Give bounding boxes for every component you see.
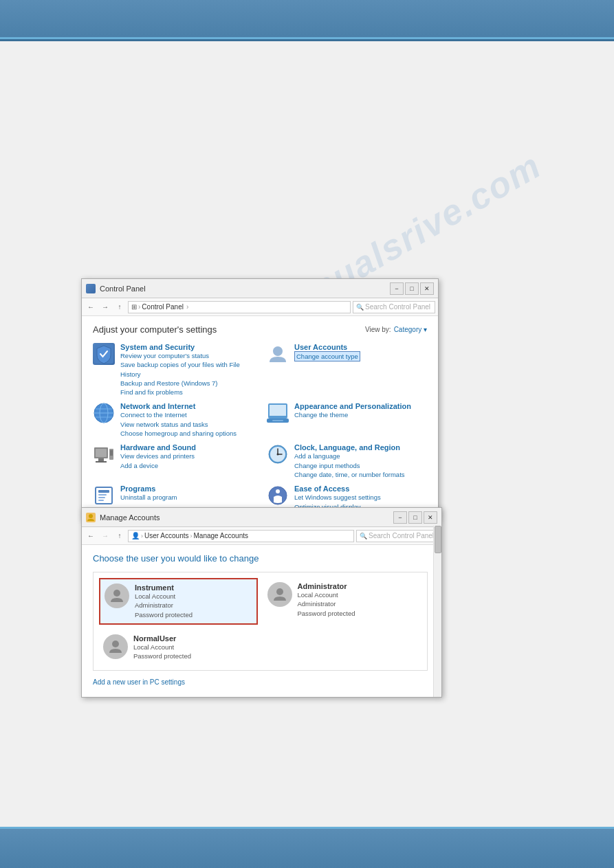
normaluser-info: NormalUser Local Account Password protec… bbox=[133, 634, 254, 661]
view-by-value[interactable]: Category ▾ bbox=[394, 326, 427, 333]
ma-scrollbar-track[interactable] bbox=[433, 526, 441, 697]
category-hardware[interactable]: Hardware and Sound View devices and prin… bbox=[93, 443, 253, 479]
ma-path-user[interactable]: User Accounts bbox=[144, 532, 188, 539]
administrator-detail1: Local Account bbox=[298, 590, 418, 599]
category-row-1: System and Security Review your computer… bbox=[93, 343, 427, 397]
cp-search-icon: 🔍 bbox=[356, 304, 364, 311]
ma-titlebar: Manage Accounts − □ ✕ bbox=[82, 508, 441, 527]
clock-link-3[interactable]: Change date, time, or number formats bbox=[294, 470, 427, 479]
network-link-1[interactable]: Connect to the Internet bbox=[120, 410, 253, 419]
ma-back-button[interactable]: ← bbox=[85, 530, 97, 542]
user-accounts-link-1[interactable]: Change account type bbox=[294, 351, 360, 361]
hardware-link-1[interactable]: View devices and printers bbox=[120, 452, 253, 460]
add-user-link[interactable]: Add a new user in PC settings bbox=[93, 678, 185, 686]
svg-rect-26 bbox=[98, 500, 104, 501]
ma-path-icon: 👤 bbox=[131, 532, 140, 539]
system-security-link-1[interactable]: Review your computer's status bbox=[120, 351, 253, 360]
ma-minimize-button[interactable]: − bbox=[393, 511, 407, 524]
cp-up-button[interactable]: ↑ bbox=[113, 301, 126, 313]
svg-point-21 bbox=[277, 454, 279, 456]
titlebar-left: Control Panel bbox=[86, 284, 146, 293]
system-security-link-4[interactable]: Find and fix problems bbox=[120, 388, 253, 397]
cp-minimize-button[interactable]: − bbox=[390, 282, 404, 295]
appearance-link-1[interactable]: Change the theme bbox=[294, 410, 427, 419]
cp-path-label[interactable]: Control Panel bbox=[142, 303, 184, 311]
view-by-control: View by: Category ▾ bbox=[365, 326, 427, 333]
administrator-detail3: Password protected bbox=[298, 609, 418, 618]
cp-back-button[interactable]: ← bbox=[85, 301, 97, 313]
instrument-detail2: Administrator bbox=[135, 601, 252, 610]
hardware-link-2[interactable]: Add a device bbox=[120, 461, 253, 470]
network-info: Network and Internet Connect to the Inte… bbox=[120, 402, 253, 438]
ma-address-field[interactable]: 👤 › User Accounts › Manage Accounts bbox=[128, 530, 354, 542]
ma-scrollbar-thumb[interactable] bbox=[435, 526, 441, 553]
clock-info: Clock, Language, and Region Add a langua… bbox=[294, 443, 427, 479]
system-security-info: System and Security Review your computer… bbox=[120, 343, 253, 397]
appearance-name[interactable]: Appearance and Personalization bbox=[294, 402, 427, 410]
cp-search-field[interactable]: 🔍 Search Control Panel bbox=[353, 301, 435, 313]
control-panel-titlebar: Control Panel − □ ✕ bbox=[82, 279, 438, 298]
clock-link-1[interactable]: Add a language bbox=[294, 452, 427, 460]
system-security-link-2[interactable]: Save backup copies of your files with Fi… bbox=[120, 360, 253, 379]
ma-path-manage[interactable]: Manage Accounts bbox=[193, 532, 248, 539]
hardware-name[interactable]: Hardware and Sound bbox=[120, 443, 253, 452]
clock-icon bbox=[267, 443, 289, 465]
network-link-3[interactable]: Choose homegroup and sharing options bbox=[120, 429, 253, 438]
account-normaluser[interactable]: NormalUser Local Account Password protec… bbox=[99, 630, 258, 665]
manage-accounts-window: Manage Accounts − □ ✕ ← → ↑ 👤 › User Acc… bbox=[81, 507, 442, 698]
svg-point-31 bbox=[276, 588, 283, 595]
ease-name[interactable]: Ease of Access bbox=[294, 485, 427, 493]
normaluser-avatar bbox=[103, 634, 128, 659]
svg-rect-24 bbox=[98, 494, 107, 496]
system-security-name[interactable]: System and Security bbox=[120, 343, 253, 351]
ma-search-field[interactable]: 🔍 Search Control Panel bbox=[356, 530, 439, 542]
cp-content: Adjust your computer's settings View by:… bbox=[82, 316, 438, 520]
administrator-name: Administrator bbox=[298, 582, 418, 590]
ma-up-button[interactable]: ↑ bbox=[113, 530, 126, 542]
svg-point-32 bbox=[112, 641, 119, 647]
instrument-detail3: Password protected bbox=[135, 610, 252, 619]
system-security-icon bbox=[93, 343, 115, 365]
programs-icon bbox=[93, 485, 115, 507]
appearance-icon bbox=[267, 402, 289, 424]
category-appearance[interactable]: Appearance and Personalization Change th… bbox=[267, 402, 427, 438]
cp-maximize-button[interactable]: □ bbox=[405, 282, 419, 295]
network-link-2[interactable]: View network status and tasks bbox=[120, 420, 253, 429]
category-grid: System and Security Review your computer… bbox=[93, 343, 427, 511]
cp-close-button[interactable]: ✕ bbox=[420, 282, 434, 295]
ma-forward-button[interactable]: → bbox=[99, 530, 111, 542]
ma-search-placeholder: Search Control Panel bbox=[369, 532, 434, 539]
clock-name[interactable]: Clock, Language, and Region bbox=[294, 443, 427, 452]
cp-address-field[interactable]: ⊞ › Control Panel › bbox=[128, 301, 351, 313]
ma-maximize-button[interactable]: □ bbox=[408, 511, 422, 524]
category-system-security[interactable]: System and Security Review your computer… bbox=[93, 343, 253, 397]
system-security-link-3[interactable]: Backup and Restore (Windows 7) bbox=[120, 379, 253, 388]
clock-link-2[interactable]: Change input methods bbox=[294, 461, 427, 470]
svg-point-29 bbox=[89, 514, 93, 518]
account-instrument[interactable]: Instrument Local Account Administrator P… bbox=[99, 578, 258, 625]
hardware-icon bbox=[93, 443, 115, 465]
top-banner-stripe bbox=[0, 37, 614, 39]
instrument-avatar bbox=[105, 583, 129, 608]
category-row-3: Hardware and Sound View devices and prin… bbox=[93, 443, 427, 479]
top-banner bbox=[0, 0, 614, 41]
category-user-accounts[interactable]: User Accounts Change account type bbox=[267, 343, 427, 397]
bottom-banner bbox=[0, 827, 614, 868]
programs-name[interactable]: Programs bbox=[120, 485, 253, 493]
ease-link-1[interactable]: Let Windows suggest settings bbox=[294, 493, 427, 502]
network-name[interactable]: Network and Internet bbox=[120, 402, 253, 410]
control-panel-window-title: Control Panel bbox=[100, 285, 146, 293]
ma-titlebar-controls: − □ ✕ bbox=[393, 511, 437, 524]
svg-rect-8 bbox=[270, 405, 286, 416]
cp-forward-button[interactable]: → bbox=[99, 301, 111, 313]
ma-search-icon: 🔍 bbox=[360, 533, 367, 539]
category-network[interactable]: Network and Internet Connect to the Inte… bbox=[93, 402, 253, 438]
programs-link-1[interactable]: Uninstall a program bbox=[120, 493, 253, 502]
user-accounts-name[interactable]: User Accounts bbox=[294, 343, 427, 351]
category-clock[interactable]: Clock, Language, and Region Add a langua… bbox=[267, 443, 427, 479]
svg-rect-23 bbox=[98, 490, 109, 493]
ma-close-button[interactable]: ✕ bbox=[424, 511, 437, 524]
account-administrator[interactable]: Administrator Local Account Administrato… bbox=[263, 578, 422, 625]
instrument-name: Instrument bbox=[135, 583, 252, 592]
programs-info: Programs Uninstall a program bbox=[120, 485, 253, 502]
